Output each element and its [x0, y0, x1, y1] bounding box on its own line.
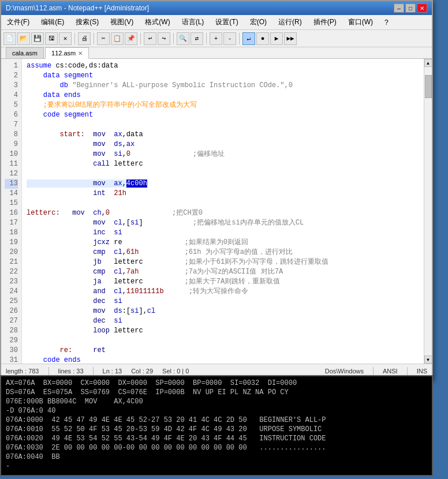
- term-line-6: 076A:0010 55 52 50 4F 53 45 20-53 59 4D …: [6, 425, 427, 434]
- menu-macro[interactable]: 宏(O): [247, 16, 270, 28]
- main-window: D:\masm\112.asm - Notepad++ [Administrat…: [0, 0, 433, 381]
- term-line-8: 076A:0030 2E 00 00 00 00 00-00 00 00 00 …: [6, 443, 427, 452]
- code-editor[interactable]: assume cs:code,ds:data data segment db "…: [22, 59, 424, 364]
- sep4: [173, 33, 174, 44]
- menu-language[interactable]: 语言(L): [178, 16, 208, 28]
- menu-file[interactable]: 文件(F): [3, 16, 33, 28]
- menu-format[interactable]: 格式(W): [141, 16, 173, 28]
- toolbar-undo[interactable]: ↩: [144, 32, 156, 45]
- toolbar: 📄 📂 💾 🖫 ✕ 🖨 ✂ 📋 📌 ↩ ↪ 🔍 ⇄ + - ↵ ● ▶ ▶▶: [1, 30, 432, 47]
- status-dos-windows: Dos\Windows: [325, 368, 364, 375]
- term-line-5: 076A:0000 42 45 47 49 4E 4E 45 52-27 53 …: [6, 416, 427, 425]
- menu-view[interactable]: 视图(V): [107, 16, 137, 28]
- menu-edit[interactable]: 编辑(E): [38, 16, 68, 28]
- status-lines: lines : 33: [58, 368, 84, 375]
- term-cursor: -: [6, 462, 427, 471]
- term-line-7: 076A:0020 49 4E 53 54 52 55 43-54 49 4F …: [6, 434, 427, 443]
- sep3: [140, 33, 141, 44]
- toolbar-save-all[interactable]: 🖫: [45, 32, 58, 45]
- terminal-window: AX=076A BX=0000 CX=0000 DX=0000 SP=0000 …: [0, 375, 433, 476]
- menu-run[interactable]: 运行(R): [275, 16, 305, 28]
- menu-window[interactable]: 窗口(W): [345, 16, 376, 28]
- scroll-up[interactable]: ▲: [424, 59, 432, 67]
- editor-container: 12345 678910 1112 13 1415161718 19202122…: [1, 59, 432, 364]
- toolbar-replace[interactable]: ⇄: [191, 32, 203, 45]
- minimize-button[interactable]: –: [394, 3, 404, 13]
- status-div1: [48, 367, 49, 375]
- maximize-button[interactable]: □: [405, 3, 416, 13]
- toolbar-close[interactable]: ✕: [59, 32, 72, 45]
- toolbar-wordwrap[interactable]: ↵: [242, 32, 255, 45]
- scroll-down[interactable]: ▼: [424, 355, 432, 364]
- status-col: Col : 29: [131, 368, 153, 375]
- term-line-3: 076E:000B BB8004C MOV AX,4C00: [6, 397, 427, 406]
- status-div3: [373, 367, 374, 375]
- toolbar-paste[interactable]: 📌: [125, 32, 137, 45]
- toolbar-redo[interactable]: ↪: [158, 32, 170, 45]
- line-numbers: 12345 678910 1112 13 1415161718 19202122…: [1, 59, 22, 364]
- menu-plugins[interactable]: 插件(P): [310, 16, 340, 28]
- status-div4: [407, 367, 408, 375]
- status-length: length : 783: [6, 368, 39, 375]
- status-div2: [93, 367, 94, 375]
- term-line-1: AX=076A BX=0000 CX=0000 DX=0000 SP=0000 …: [6, 379, 427, 388]
- toolbar-find[interactable]: 🔍: [177, 32, 189, 45]
- toolbar-macro-play[interactable]: ▶: [270, 32, 283, 45]
- sep1: [74, 33, 75, 44]
- term-line-4: -D 076A:0 40: [6, 406, 427, 416]
- toolbar-copy[interactable]: 📋: [111, 32, 124, 45]
- tab-112-label: 112.asm: [51, 50, 76, 57]
- toolbar-save[interactable]: 💾: [31, 32, 44, 45]
- status-ansi: ANSI: [383, 368, 398, 375]
- term-line-2: DS=076A ES=075A SS=0769 CS=076E IP=000B …: [6, 388, 427, 397]
- toolbar-open[interactable]: 📂: [17, 32, 30, 45]
- term-line-9: 076A:0040 BB: [6, 452, 427, 462]
- status-ins: INS: [417, 368, 427, 375]
- toolbar-cut[interactable]: ✂: [97, 32, 110, 45]
- title-bar: D:\masm\112.asm - Notepad++ [Administrat…: [1, 1, 432, 15]
- status-ln: Ln : 13: [103, 368, 122, 375]
- scroll-thumb[interactable]: [425, 75, 432, 98]
- window-title: D:\masm\112.asm - Notepad++ [Administrat…: [6, 4, 149, 12]
- menu-settings[interactable]: 设置(T): [212, 16, 241, 28]
- tab-112-asm[interactable]: 112.asm ✕: [45, 47, 89, 59]
- close-button[interactable]: ✕: [417, 3, 427, 13]
- sep6: [239, 33, 240, 44]
- toolbar-new[interactable]: 📄: [3, 32, 16, 45]
- toolbar-run[interactable]: ▶▶: [284, 32, 297, 45]
- toolbar-print[interactable]: 🖨: [78, 32, 91, 45]
- title-bar-buttons: – □ ✕: [394, 3, 427, 13]
- toolbar-zoom-in[interactable]: +: [210, 32, 222, 45]
- tab-112-close[interactable]: ✕: [78, 50, 83, 57]
- status-sel: Sel : 0 | 0: [162, 368, 189, 375]
- scrollbar-vertical[interactable]: ▲ ▼: [424, 59, 432, 364]
- tab-bar: cala.asm 112.asm ✕: [1, 47, 432, 59]
- menu-search[interactable]: 搜索(S): [72, 16, 102, 28]
- toolbar-zoom-out[interactable]: -: [223, 32, 236, 45]
- menu-bar: 文件(F) 编辑(E) 搜索(S) 视图(V) 格式(W) 语言(L) 设置(T…: [1, 15, 432, 30]
- tab-cala-label: cala.asm: [12, 50, 38, 57]
- tab-cala-asm[interactable]: cala.asm: [6, 47, 44, 58]
- menu-help[interactable]: ?: [381, 17, 392, 28]
- toolbar-macro-rec[interactable]: ●: [256, 32, 269, 45]
- sep5: [206, 33, 207, 44]
- sep2: [94, 33, 94, 44]
